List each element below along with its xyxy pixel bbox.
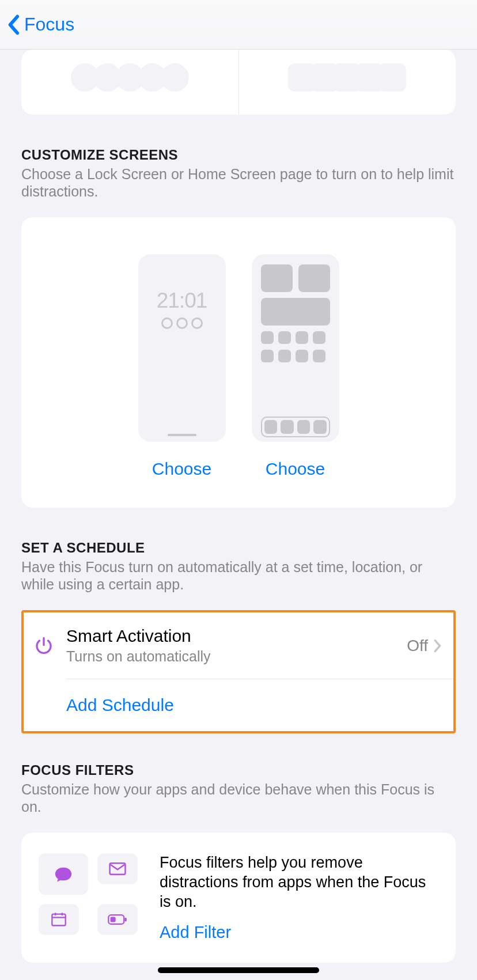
back-label: Focus	[24, 14, 74, 35]
messages-icon	[39, 853, 88, 895]
schedule-desc: Have this Focus turn on automatically at…	[21, 558, 456, 593]
filter-icons	[39, 853, 142, 942]
customize-title: CUSTOMIZE SCREENS	[21, 147, 456, 163]
svg-rect-1	[52, 914, 65, 926]
schedule-card: Smart Activation Turns on automatically …	[21, 610, 456, 733]
smart-activation-row[interactable]: Smart Activation Turns on automatically …	[24, 612, 453, 679]
customize-screens-card: 21:01 Choose Choose	[21, 217, 456, 508]
allowed-card	[21, 50, 456, 115]
home-indicator[interactable]	[158, 967, 319, 973]
apps-placeholder-icon	[288, 63, 406, 92]
calendar-icon	[39, 904, 79, 935]
smart-title: Smart Activation	[66, 626, 407, 646]
lock-time: 21:01	[138, 289, 226, 313]
svg-rect-7	[124, 918, 126, 922]
lock-screen-preview[interactable]: 21:01	[138, 254, 226, 442]
filters-title: FOCUS FILTERS	[21, 762, 456, 778]
allowed-people[interactable]	[21, 50, 239, 115]
choose-lock-button[interactable]: Choose	[152, 459, 211, 479]
filters-desc: Customize how your apps and device behav…	[21, 781, 456, 815]
choose-home-button[interactable]: Choose	[266, 459, 325, 479]
lock-dots-icon	[138, 317, 226, 329]
customize-desc: Choose a Lock Screen or Home Screen page…	[21, 165, 456, 200]
smart-sub: Turns on automatically	[66, 648, 407, 665]
chevron-left-icon	[7, 14, 20, 35]
mail-icon	[97, 853, 138, 884]
chevron-right-icon	[434, 639, 442, 653]
filters-card: Focus filters help you remove distractio…	[21, 833, 456, 963]
lock-homebar-icon	[168, 434, 196, 436]
filters-help: Focus filters help you remove distractio…	[160, 853, 438, 911]
people-placeholder-icon	[71, 63, 189, 92]
home-screen-preview[interactable]	[252, 254, 339, 442]
smart-value: Off	[407, 637, 428, 655]
schedule-title: SET A SCHEDULE	[21, 540, 456, 556]
customize-header: CUSTOMIZE SCREENS Choose a Lock Screen o…	[21, 147, 456, 200]
back-button[interactable]: Focus	[7, 14, 74, 35]
nav-bar: Focus	[0, 0, 477, 50]
power-icon	[32, 635, 56, 656]
add-schedule-button[interactable]: Add Schedule	[24, 679, 453, 731]
low-power-icon	[97, 904, 138, 935]
add-filter-button[interactable]: Add Filter	[160, 923, 438, 942]
schedule-header: SET A SCHEDULE Have this Focus turn on a…	[21, 540, 456, 593]
allowed-apps[interactable]	[239, 50, 456, 115]
svg-rect-6	[111, 917, 116, 922]
filters-header: FOCUS FILTERS Customize how your apps an…	[21, 762, 456, 815]
